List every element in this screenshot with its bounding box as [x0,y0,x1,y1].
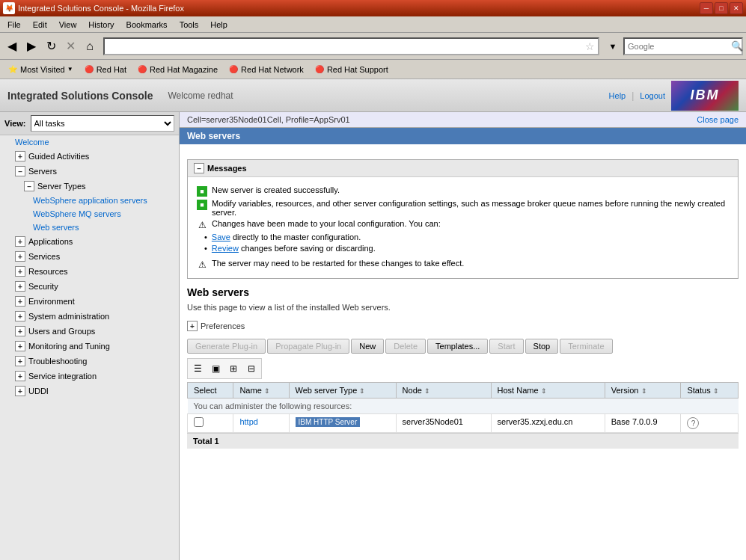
menu-file[interactable]: File [1,19,27,31]
sidebar-item-resources[interactable]: + Resources [0,264,179,279]
expand-guided-icon[interactable]: + [15,151,25,161]
web-servers-link[interactable]: Web servers [33,223,79,232]
back-button[interactable]: ◀ [3,36,21,57]
bookmark-most-visited[interactable]: ⭐ Most Visited ▼ [3,63,78,76]
minimize-button[interactable]: ─ [700,2,713,14]
sidebar-item-troubleshooting[interactable]: + Troubleshooting [0,354,179,369]
view-select[interactable]: All tasks [31,115,174,132]
sidebar-item-welcome[interactable]: Welcome [0,135,179,149]
expand-messages-icon[interactable]: – [194,163,204,173]
col-version[interactable]: Version ⇕ [605,383,681,399]
expand-security-icon[interactable]: + [15,281,25,292]
welcome-link[interactable]: Welcome [15,138,49,147]
address-go-button[interactable]: ▼ [604,36,622,57]
delete-button[interactable]: Delete [385,339,426,354]
expand-resources-icon[interactable]: + [15,266,25,277]
col-type[interactable]: Web server Type ⇕ [289,383,396,399]
logout-link[interactable]: Logout [640,91,665,100]
expand-servers-icon[interactable]: – [15,166,25,176]
search-icon[interactable]: 🔍 [731,40,743,52]
generate-plugin-button[interactable]: Generate Plug-in [187,339,266,354]
window-controls[interactable]: ─ □ ✕ [700,2,743,14]
guided-activities-label: Guided Activities [28,152,89,161]
menu-history[interactable]: History [82,19,120,31]
refresh-button[interactable]: ↻ [42,36,60,57]
websphere-mq-link[interactable]: WebSphere MQ servers [33,209,121,218]
stop-button[interactable]: Stop [525,339,559,354]
sidebar-item-server-types[interactable]: – Server Types [0,179,179,194]
sidebar-item-monitoring[interactable]: + Monitoring and Tuning [0,339,179,354]
deselect-all-icon[interactable]: ▣ [207,360,224,377]
sidebar-item-web-servers[interactable]: Web servers [0,221,179,234]
expand-applications-icon[interactable]: + [15,236,25,247]
sidebar-item-servers[interactable]: – Servers [0,164,179,179]
security-label: Security [28,282,58,291]
propagate-plugin-button[interactable]: Propagate Plug-in [267,339,349,354]
help-link[interactable]: Help [609,91,626,100]
websphere-app-link[interactable]: WebSphere application servers [33,196,147,205]
col-status[interactable]: Status ⇕ [681,383,739,399]
sort-name-icon: ⇕ [264,387,270,395]
status-info-icon[interactable]: ? [687,417,699,429]
search-input[interactable] [628,42,731,51]
restore-button[interactable]: □ [715,2,728,14]
sidebar-item-websphere-app-servers[interactable]: WebSphere application servers [0,194,179,207]
sidebar-item-security[interactable]: + Security [0,279,179,294]
expand-preferences-icon[interactable]: + [187,321,198,331]
expand-server-types-icon[interactable]: – [24,181,34,191]
server-type-badge: IBM HTTP Server [296,417,361,427]
sidebar-item-services[interactable]: + Services [0,249,179,264]
menu-edit[interactable]: Edit [27,19,53,31]
menu-tools[interactable]: Tools [174,19,205,31]
expand-troubleshooting-icon[interactable]: + [15,356,25,366]
expand-uddi-icon[interactable]: + [15,386,25,396]
bookmark-red-hat-support[interactable]: 🔴 Red Hat Support [310,63,393,76]
close-button[interactable]: ✕ [730,2,743,14]
row-checkbox[interactable] [194,417,204,427]
col-hostname[interactable]: Host Name ⇕ [491,383,605,399]
close-page-link[interactable]: Close page [697,115,739,124]
sidebar-item-uddi[interactable]: + UDDI [0,384,179,399]
col-node[interactable]: Node ⇕ [396,383,491,399]
bookmark-red-hat[interactable]: 🔴 Red Hat [79,63,131,76]
menu-bookmarks[interactable]: Bookmarks [120,19,174,31]
bookmark-red-hat-magazine[interactable]: 🔴 Red Hat Magazine [132,63,222,76]
bookmark-star-icon[interactable]: ☆ [585,40,595,52]
forward-button[interactable]: ▶ [22,36,40,57]
stop-button[interactable]: ✕ [61,36,79,57]
review-link[interactable]: Review [212,244,239,253]
preferences-bar[interactable]: + Preferences [187,318,739,334]
filter-icon[interactable]: ⊞ [225,360,242,377]
expand-sysadmin-icon[interactable]: + [15,311,25,321]
sidebar-item-users-groups[interactable]: + Users and Groups [0,324,179,339]
sidebar-item-applications[interactable]: + Applications [0,234,179,249]
new-button[interactable]: New [351,339,384,354]
expand-environment-icon[interactable]: + [15,296,25,307]
sidebar-item-system-admin[interactable]: + System administration [0,309,179,324]
server-name-link[interactable]: httpd [239,417,257,426]
menu-view[interactable]: View [53,19,83,31]
bookmark-red-hat-network[interactable]: 🔴 Red Hat Network [224,63,308,76]
resources-label: Resources [28,267,68,276]
start-button[interactable]: Start [489,339,523,354]
expand-service-integration-icon[interactable]: + [15,371,25,381]
sidebar-item-websphere-mq[interactable]: WebSphere MQ servers [0,207,179,221]
expand-monitoring-icon[interactable]: + [15,341,25,351]
web-servers-section-title: Web servers [187,286,739,298]
home-button[interactable]: ⌂ [81,36,99,57]
sidebar-item-guided-activities[interactable]: + Guided Activities [0,149,179,164]
message-item-1: ■ New server is created successfully. [197,185,729,197]
templates-button[interactable]: Templates... [427,339,488,354]
expand-services-icon[interactable]: + [15,251,25,262]
address-input[interactable]: https://localhost:9043/ibm/console/login… [108,42,585,51]
select-all-icon[interactable]: ☰ [189,360,206,377]
expand-users-icon[interactable]: + [15,326,25,336]
sidebar-item-service-integration[interactable]: + Service integration [0,369,179,384]
menu-help[interactable]: Help [204,19,233,31]
col-name[interactable]: Name ⇕ [233,383,289,399]
save-link[interactable]: Save [212,233,230,241]
sidebar-item-environment[interactable]: + Environment [0,294,179,309]
preferences-table-icon[interactable]: ⊟ [243,360,260,377]
terminate-button[interactable]: Terminate [560,339,612,354]
message-text-2: Modify variables, resources, and other s… [212,199,729,217]
